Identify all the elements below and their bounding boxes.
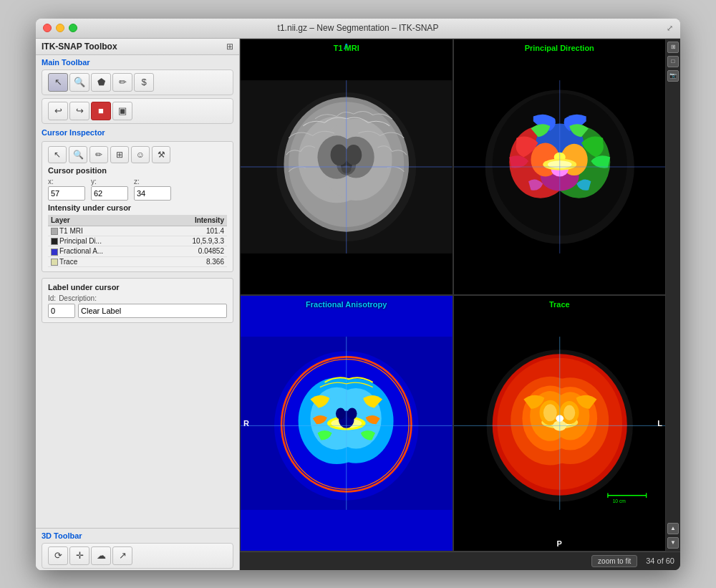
select-tool-button[interactable]: ↖ [48,73,68,92]
3d-rotate-button[interactable]: ⟳ [48,546,68,565]
id-label: Id: [48,294,56,302]
intensity-cell: 8.366 [157,256,227,266]
dir-l-label: L [657,419,662,428]
t1-mri-cell[interactable]: T1 MRI [240,39,453,295]
intensity-row: Principal Di... 10,5.9,3.3 [48,236,227,246]
y-label: y: [91,178,97,185]
intensity-row: Fractional A... 0.04852 [48,246,227,256]
intensity-title: Intensity under cursor [48,203,227,212]
scroll-up-button[interactable]: ▲ [667,523,679,534]
z-input[interactable] [134,186,171,201]
intensity-table: Layer Intensity T1 MRI 101.4 Principal D… [48,215,227,267]
main-toolbar: ↖ 🔍 ⬟ ✏ $ [42,69,233,95]
cursor-tools-icon[interactable]: ⚒ [152,146,170,163]
cursor-position-title: Cursor position [48,166,227,175]
3d-cursor-button[interactable]: ↗ [112,546,132,565]
zoom-to-fit-button[interactable]: zoom to fit [591,555,637,567]
zoom-tool-button[interactable]: 🔍 [69,73,90,92]
fa-cell[interactable]: Fractional Anisotropy [240,295,453,551]
left-panel: ITK-SNAP Toolbox ⊞ Main Toolbar ↖ 🔍 ⬟ ✏ … [36,39,240,570]
main-window: t1.nii.gz – New Segmentation – ITK-SNAP … [36,19,680,570]
label-button[interactable]: ■ [91,102,111,120]
close-button[interactable] [43,24,52,32]
t1-label: T1 MRI [334,44,359,52]
layer-cell: Trace [48,256,157,266]
scroll-down-button[interactable]: ▼ [667,537,679,549]
single-view-button[interactable]: □ [667,56,679,67]
fa-brain-svg [241,296,453,551]
z-coord-group: z: [134,178,171,201]
slice-info: 34 of 60 [646,556,674,565]
minimize-button[interactable] [56,24,64,32]
x-coord-group: x: [48,178,85,201]
intensity-cell: 10,5.9,3.3 [157,236,227,246]
right-sidebar: ⊞ □ 📷 ▲ ▼ [666,39,680,551]
layer-cell: T1 MRI [48,226,157,236]
trace-cell[interactable]: Trace [453,295,667,551]
panel-header: ITK-SNAP Toolbox ⊞ [36,39,239,55]
camera-button[interactable]: 📷 [667,70,679,82]
layers-button[interactable]: ▣ [112,102,132,120]
label-under-cursor-title: Label under cursor [48,283,227,291]
viewer-panel: T1 MRI [240,39,680,570]
intensity-col-header: Intensity [157,215,227,226]
cursor-pencil-icon[interactable]: ✏ [90,146,108,163]
maximize-button[interactable] [69,24,77,32]
label-input-row [48,304,227,318]
dir-p-label: P [557,539,562,548]
expand-icon[interactable]: ⤢ [667,24,673,33]
3d-toolbar-buttons: ⟳ ✛ ☁ ↗ [42,543,233,569]
svg-point-11 [345,145,362,165]
layer-color-swatch [51,238,58,245]
cursor-select-icon[interactable]: ↖ [48,146,67,163]
pd-brain-svg [454,39,666,294]
y-input[interactable] [91,186,128,201]
layer-col-header: Layer [48,215,157,226]
cursor-zoom-icon[interactable]: 🔍 [69,146,87,163]
dir-r-label: R [243,419,249,428]
main-toolbar-label: Main Toolbar [36,55,239,68]
viewer-footer: zoom to fit 34 of 60 [240,551,680,570]
trace-label: Trace [549,300,570,309]
y-coord-group: y: [91,178,128,201]
x-label: x: [48,178,54,185]
layer-color-swatch [51,249,58,256]
x-input[interactable] [48,186,85,201]
svg-point-41 [347,408,357,419]
polygon-tool-button[interactable]: ⬟ [91,73,111,92]
principal-direction-cell[interactable]: Principal Direction [453,39,667,295]
description-label: Description: [59,294,97,302]
layer-cell: Principal Di... [48,236,157,246]
svg-text:10 cm: 10 cm [612,498,626,503]
svg-point-40 [336,408,345,419]
roi-tool-button[interactable]: $ [134,73,154,92]
label-under-cursor-section: Label under cursor Id: Description: [42,278,233,323]
intensity-row: T1 MRI 101.4 [48,226,227,236]
intensity-row: Trace 8.366 [48,256,227,266]
intensity-cell: 0.04852 [157,246,227,256]
3d-crosshair-button[interactable]: ✛ [69,546,90,565]
traffic-lights [43,24,77,32]
redo-button[interactable]: ↪ [69,102,90,120]
grid-view-button[interactable]: ⊞ [667,42,679,53]
label-id-desc-row: Id: Description: [48,294,227,302]
svg-point-60 [543,404,556,421]
cursor-table-icon[interactable]: ⊞ [110,146,129,163]
3d-toolbar: 3D Toolbar ⟳ ✛ ☁ ↗ [36,528,239,570]
fa-label: Fractional Anisotropy [306,300,387,309]
3d-spray-button[interactable]: ☁ [91,546,111,565]
main-toolbar-2: ↩ ↪ ■ ▣ [42,98,233,124]
undo-button[interactable]: ↩ [48,102,68,120]
label-id-input[interactable] [48,304,75,318]
cursor-person-icon[interactable]: ☺ [131,146,150,163]
svg-point-10 [331,144,348,165]
viewer-grid[interactable]: T1 MRI [240,39,666,551]
label-description-input[interactable] [78,304,227,318]
pd-label: Principal Direction [525,44,594,52]
main-content: ITK-SNAP Toolbox ⊞ Main Toolbar ↖ 🔍 ⬟ ✏ … [36,39,680,570]
3d-toolbar-label: 3D Toolbar [36,529,239,541]
paint-tool-button[interactable]: ✏ [112,73,132,92]
window-title: t1.nii.gz – New Segmentation – ITK-SNAP [278,23,439,33]
panel-menu-icon[interactable]: ⊞ [226,42,233,52]
trace-brain-svg: 10 cm [454,296,666,551]
